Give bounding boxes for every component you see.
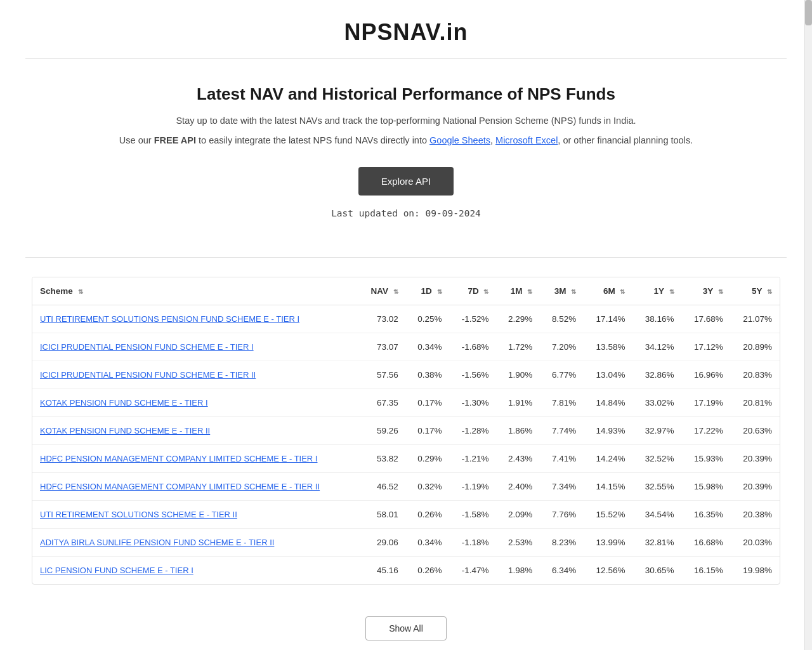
cell-1d: 0.17% (406, 416, 450, 444)
cell-3m: 7.76% (540, 500, 584, 528)
show-all-button[interactable]: Show All (365, 616, 447, 640)
scheme-link[interactable]: UTI RETIREMENT SOLUTIONS SCHEME E - TIER… (40, 510, 237, 519)
cell-scheme: HDFC PENSION MANAGEMENT COMPANY LIMITED … (32, 472, 358, 500)
table-row: ICICI PRUDENTIAL PENSION FUND SCHEME E -… (32, 361, 780, 388)
table-row: ICICI PRUDENTIAL PENSION FUND SCHEME E -… (32, 333, 780, 361)
cell-1m: 1.72% (496, 333, 540, 361)
cell-1d: 0.38% (406, 361, 450, 388)
last-updated: Last updated on: 09-09-2024 (38, 206, 774, 241)
cell-1m: 1.98% (496, 556, 540, 584)
1d-sort-icon: ⇅ (437, 288, 442, 295)
col-1y-label: 1Y (654, 286, 664, 296)
cell-6m: 17.14% (584, 305, 632, 333)
table-divider (25, 257, 787, 258)
col-6m-label: 6M (603, 286, 615, 296)
scheme-sort-icon: ⇅ (78, 288, 83, 295)
col-3m-label: 3M (554, 286, 566, 296)
cell-1d: 0.25% (406, 305, 450, 333)
cell-scheme: KOTAK PENSION FUND SCHEME E - TIER II (32, 416, 358, 444)
cell-5y: 21.07% (731, 305, 780, 333)
cell-1d: 0.29% (406, 444, 450, 472)
cell-7d: -1.56% (450, 361, 497, 388)
1m-sort-icon: ⇅ (527, 288, 532, 295)
cell-3y: 15.98% (682, 472, 731, 500)
cell-1d: 0.26% (406, 556, 450, 584)
table-row: ADITYA BIRLA SUNLIFE PENSION FUND SCHEME… (32, 528, 780, 556)
scheme-link[interactable]: HDFC PENSION MANAGEMENT COMPANY LIMITED … (40, 454, 317, 463)
3m-sort-icon: ⇅ (571, 288, 576, 295)
cell-3m: 7.34% (540, 472, 584, 500)
cell-1m: 1.91% (496, 388, 540, 416)
cell-7d: -1.19% (450, 472, 497, 500)
cell-3y: 16.15% (682, 556, 731, 584)
scheme-link[interactable]: ICICI PRUDENTIAL PENSION FUND SCHEME E -… (40, 370, 256, 380)
cell-1m: 2.09% (496, 500, 540, 528)
cell-scheme: ADITYA BIRLA SUNLIFE PENSION FUND SCHEME… (32, 528, 358, 556)
table-row: LIC PENSION FUND SCHEME E - TIER I45.160… (32, 556, 780, 584)
scrollbar-thumb[interactable] (805, 0, 812, 25)
cell-nav: 45.16 (358, 556, 405, 584)
col-7d[interactable]: 7D ⇅ (450, 277, 497, 305)
cell-1d: 0.32% (406, 472, 450, 500)
col-5y[interactable]: 5Y ⇅ (731, 277, 780, 305)
scheme-link[interactable]: ADITYA BIRLA SUNLIFE PENSION FUND SCHEME… (40, 538, 274, 547)
cell-1y: 34.54% (632, 500, 681, 528)
scrollbar[interactable] (804, 0, 812, 650)
6m-sort-icon: ⇅ (620, 288, 625, 295)
cell-scheme: ICICI PRUDENTIAL PENSION FUND SCHEME E -… (32, 361, 358, 388)
google-sheets-link[interactable]: Google Sheets (429, 135, 490, 145)
col-6m[interactable]: 6M ⇅ (584, 277, 632, 305)
cell-1y: 34.12% (632, 333, 681, 361)
cell-6m: 13.99% (584, 528, 632, 556)
cell-1y: 33.02% (632, 388, 681, 416)
cell-5y: 20.89% (731, 333, 780, 361)
cell-1m: 2.29% (496, 305, 540, 333)
scheme-link[interactable]: ICICI PRUDENTIAL PENSION FUND SCHEME E -… (40, 342, 254, 352)
cell-1m: 2.53% (496, 528, 540, 556)
col-scheme[interactable]: Scheme ⇅ (32, 277, 358, 305)
cell-7d: -1.21% (450, 444, 497, 472)
cell-3y: 17.68% (682, 305, 731, 333)
cell-7d: -1.18% (450, 528, 497, 556)
cell-7d: -1.28% (450, 416, 497, 444)
show-all-container: Show All (0, 604, 812, 650)
cell-3m: 6.34% (540, 556, 584, 584)
col-1m[interactable]: 1M ⇅ (496, 277, 540, 305)
cell-1m: 2.40% (496, 472, 540, 500)
cell-7d: -1.52% (450, 305, 497, 333)
cell-3m: 7.74% (540, 416, 584, 444)
cell-scheme: UTI RETIREMENT SOLUTIONS SCHEME E - TIER… (32, 500, 358, 528)
cell-1y: 32.86% (632, 361, 681, 388)
cell-5y: 20.81% (731, 388, 780, 416)
cell-7d: -1.58% (450, 500, 497, 528)
col-1y[interactable]: 1Y ⇅ (632, 277, 681, 305)
cell-scheme: UTI RETIREMENT SOLUTIONS PENSION FUND SC… (32, 305, 358, 333)
5y-sort-icon: ⇅ (767, 288, 772, 295)
site-header: NPSNAV.in (0, 0, 812, 58)
table-header-row: Scheme ⇅ NAV ⇅ 1D ⇅ 7D ⇅ 1M ⇅ (32, 277, 780, 305)
col-3m[interactable]: 3M ⇅ (540, 277, 584, 305)
scheme-link[interactable]: UTI RETIREMENT SOLUTIONS PENSION FUND SC… (40, 314, 299, 324)
cell-scheme: LIC PENSION FUND SCHEME E - TIER I (32, 556, 358, 584)
col-3y-label: 3Y (703, 286, 713, 296)
site-title: NPSNAV.in (13, 19, 799, 46)
table-row: HDFC PENSION MANAGEMENT COMPANY LIMITED … (32, 472, 780, 500)
col-3y[interactable]: 3Y ⇅ (682, 277, 731, 305)
hero-desc1: Stay up to date with the latest NAVs and… (38, 113, 774, 129)
cell-scheme: HDFC PENSION MANAGEMENT COMPANY LIMITED … (32, 444, 358, 472)
col-1d[interactable]: 1D ⇅ (406, 277, 450, 305)
scheme-link[interactable]: KOTAK PENSION FUND SCHEME E - TIER II (40, 426, 210, 435)
col-nav[interactable]: NAV ⇅ (358, 277, 405, 305)
explore-api-button[interactable]: Explore API (358, 167, 454, 196)
microsoft-excel-link[interactable]: Microsoft Excel (495, 135, 558, 145)
col-scheme-label: Scheme (40, 286, 73, 296)
scheme-link[interactable]: KOTAK PENSION FUND SCHEME E - TIER I (40, 398, 208, 408)
table-row: UTI RETIREMENT SOLUTIONS PENSION FUND SC… (32, 305, 780, 333)
cell-scheme: KOTAK PENSION FUND SCHEME E - TIER I (32, 388, 358, 416)
cell-3y: 17.19% (682, 388, 731, 416)
table-row: KOTAK PENSION FUND SCHEME E - TIER II59.… (32, 416, 780, 444)
scheme-link[interactable]: LIC PENSION FUND SCHEME E - TIER I (40, 566, 193, 575)
cell-5y: 20.63% (731, 416, 780, 444)
scheme-link[interactable]: HDFC PENSION MANAGEMENT COMPANY LIMITED … (40, 482, 320, 491)
hero-section: Latest NAV and Historical Performance of… (0, 59, 812, 257)
